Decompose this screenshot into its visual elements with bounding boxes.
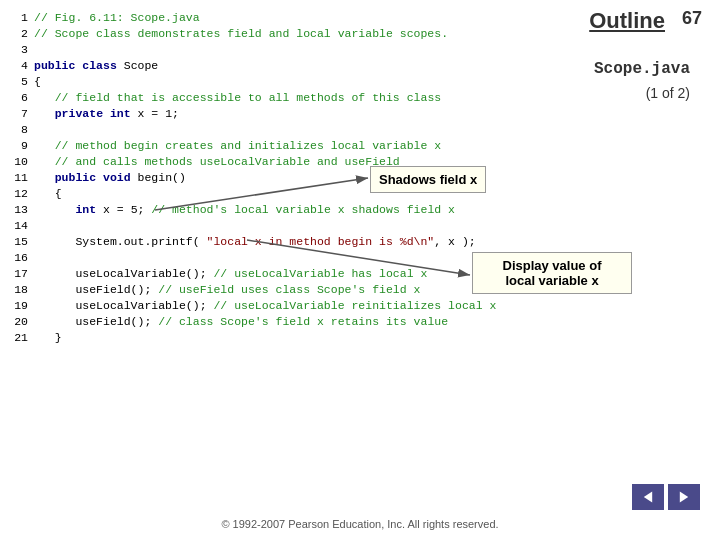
code-line: 19 useLocalVariable(); // useLocalVariab… [10, 298, 500, 314]
code-line: 4public class Scope [10, 58, 500, 74]
code-line: 21 } [10, 330, 500, 346]
page-number: 67 [682, 8, 702, 29]
callout-display: Display value of local variable x [472, 252, 632, 294]
svg-marker-4 [644, 491, 652, 502]
code-line: 6 // field that is accessible to all met… [10, 90, 500, 106]
callout-shadows: Shadows field x [370, 166, 486, 193]
callout-display-line2: local variable x [505, 273, 598, 288]
code-line: 1// Fig. 6.11: Scope.java [10, 10, 500, 26]
outline-title: Outline [589, 8, 665, 34]
prev-button[interactable] [632, 484, 664, 510]
code-line: 16 [10, 250, 500, 266]
code-line: 2// Scope class demonstrates field and l… [10, 26, 500, 42]
svg-marker-5 [680, 491, 688, 502]
code-line: 9 // method begin creates and initialize… [10, 138, 500, 154]
code-line: 20 useField(); // class Scope's field x … [10, 314, 500, 330]
code-line: 14 [10, 218, 500, 234]
nav-buttons [632, 484, 700, 510]
code-line: 5{ [10, 74, 500, 90]
code-line: 15 System.out.printf( "local x in method… [10, 234, 500, 250]
file-name: Scope.java [594, 60, 690, 78]
code-line: 18 useField(); // useField uses class Sc… [10, 282, 500, 298]
code-line: 13 int x = 5; // method's local variable… [10, 202, 500, 218]
footer-copyright: © 1992-2007 Pearson Education, Inc. All … [0, 518, 720, 530]
code-line: 17 useLocalVariable(); // useLocalVariab… [10, 266, 500, 282]
code-line: 7 private int x = 1; [10, 106, 500, 122]
code-line: 8 [10, 122, 500, 138]
code-line: 3 [10, 42, 500, 58]
next-button[interactable] [668, 484, 700, 510]
slide-info: (1 of 2) [646, 85, 690, 101]
